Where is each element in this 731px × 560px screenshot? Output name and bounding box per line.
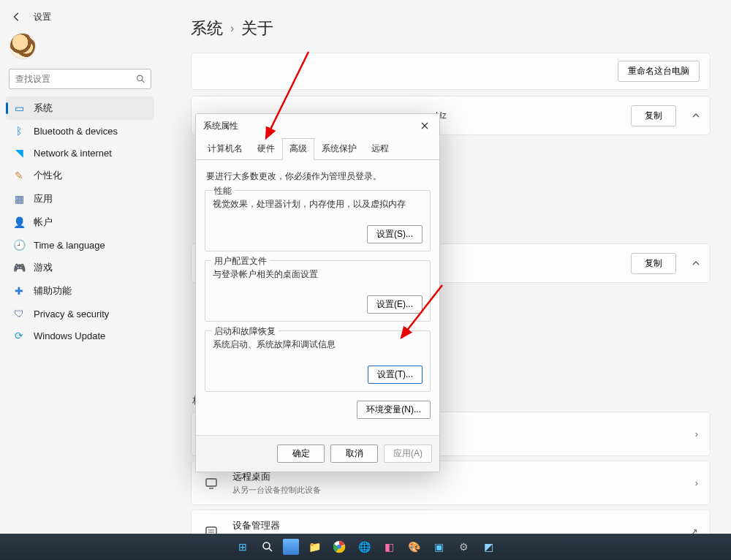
copy-button[interactable]: 复制 [631, 105, 676, 126]
app-icon-2[interactable]: 🎨 [404, 537, 423, 556]
remote-icon [203, 475, 219, 491]
svg-point-7 [263, 542, 270, 549]
sidebar-item-network[interactable]: ◥Network & internet [6, 142, 154, 164]
startup-settings-button[interactable]: 设置(T)... [368, 366, 423, 384]
chevron-up-icon[interactable] [685, 105, 707, 126]
sidebar-item-label: 辅助功能 [34, 284, 72, 298]
tab-hardware[interactable]: 硬件 [250, 138, 282, 160]
cancel-button[interactable]: 取消 [330, 444, 378, 463]
shield-icon: 🛡 [13, 308, 25, 319]
sidebar-item-accessibility[interactable]: ✚辅助功能 [6, 279, 154, 303]
sidebar-item-time[interactable]: 🕘Time & language [6, 234, 154, 256]
svg-line-8 [269, 548, 272, 551]
dialog-title: 系统属性 [203, 120, 238, 132]
performance-settings-button[interactable]: 设置(S)... [367, 225, 423, 243]
sidebar-nav: ▭系统 ᛒBluetooth & devices ◥Network & inte… [6, 97, 154, 347]
tab-computer-name[interactable]: 计算机名 [200, 138, 250, 160]
sidebar-item-label: Network & internet [34, 148, 112, 159]
tab-remote[interactable]: 远程 [364, 138, 396, 160]
user-avatar[interactable] [10, 34, 35, 58]
search-icon [136, 75, 145, 84]
photos-icon[interactable]: ▣ [429, 537, 448, 556]
breadcrumb-current: 关于 [241, 18, 273, 39]
gamepad-icon: 🎮 [13, 262, 25, 273]
profile-legend: 用户配置文件 [211, 255, 270, 268]
rename-pc-button[interactable]: 重命名这台电脑 [618, 61, 700, 82]
startup-desc: 系统启动、系统故障和调试信息 [213, 338, 423, 351]
link-desc: 从另一台设备控制此设备 [232, 485, 321, 496]
profile-section: 用户配置文件 与登录帐户相关的桌面设置 设置(E)... [205, 260, 431, 322]
system-properties-dialog: 系统属性 计算机名 硬件 高级 系统保护 远程 要进行大多数更改，你必须作为管理… [195, 113, 440, 472]
dialog-tabs: 计算机名 硬件 高级 系统保护 远程 [196, 137, 439, 160]
svg-line-1 [142, 80, 144, 83]
chevron-right-icon: › [695, 428, 698, 439]
tab-advanced[interactable]: 高级 [282, 138, 314, 160]
startup-legend: 启动和故障恢复 [211, 325, 279, 338]
env-variables-button[interactable]: 环境变量(N)... [357, 401, 431, 419]
sidebar-item-label: 系统 [34, 102, 53, 115]
chevron-right-icon: › [230, 22, 234, 35]
sidebar-item-label: 个性化 [34, 169, 62, 182]
sidebar-item-system[interactable]: ▭系统 [6, 97, 154, 120]
sidebar-item-gaming[interactable]: 🎮游戏 [6, 256, 154, 279]
chevron-up-icon[interactable] [685, 252, 707, 274]
sidebar-item-apps[interactable]: ▦应用 [6, 187, 154, 211]
sidebar-item-label: Time & language [34, 240, 105, 251]
app-icon-3[interactable]: ◩ [479, 537, 498, 556]
sidebar-item-bluetooth[interactable]: ᛒBluetooth & devices [6, 120, 154, 142]
app-icon-1[interactable]: ◧ [379, 537, 398, 556]
search-taskbar-icon[interactable] [258, 537, 277, 556]
back-button[interactable] [10, 10, 23, 23]
sidebar-item-label: 游戏 [34, 261, 53, 274]
sidebar-item-personalization[interactable]: ✎个性化 [6, 164, 154, 187]
close-button[interactable] [414, 118, 435, 134]
chrome-icon[interactable] [330, 537, 349, 556]
app-title: 设置 [34, 11, 51, 23]
taskbar: ⊞ 📁 🌐 ◧ 🎨 ▣ ⚙ ◩ [0, 534, 731, 560]
breadcrumb-root[interactable]: 系统 [191, 18, 223, 39]
apply-button[interactable]: 应用(A) [384, 444, 432, 463]
task-view-icon[interactable] [283, 539, 299, 555]
apps-icon: ▦ [13, 193, 25, 205]
copy-button-2[interactable]: 复制 [631, 253, 676, 274]
settings-taskbar-icon[interactable]: ⚙ [454, 537, 473, 556]
link-title: 设备管理器 [232, 519, 353, 532]
rename-card: 重命名这台电脑 [191, 53, 711, 90]
tab-system-protection[interactable]: 系统保护 [314, 138, 364, 160]
sidebar-item-label: Privacy & security [34, 309, 109, 319]
sidebar-item-label: Windows Update [34, 330, 105, 341]
startup-section: 启动和故障恢复 系统启动、系统故障和调试信息 设置(T)... [205, 330, 431, 392]
wifi-icon: ◥ [13, 147, 25, 159]
sidebar-item-label: Bluetooth & devices [34, 126, 118, 137]
person-icon: 👤 [13, 216, 25, 228]
sidebar-item-privacy[interactable]: 🛡Privacy & security [6, 303, 154, 325]
profile-desc: 与登录帐户相关的桌面设置 [213, 268, 423, 281]
performance-section: 性能 视觉效果，处理器计划，内存使用，以及虚拟内存 设置(S)... [205, 190, 431, 251]
display-icon: ▭ [13, 102, 25, 114]
performance-desc: 视觉效果，处理器计划，内存使用，以及虚拟内存 [213, 198, 423, 211]
clock-icon: 🕘 [13, 239, 25, 251]
svg-rect-3 [206, 479, 216, 486]
search-input[interactable] [9, 69, 151, 89]
breadcrumb: 系统 › 关于 [191, 18, 711, 39]
update-icon: ⟳ [13, 330, 25, 341]
performance-legend: 性能 [211, 185, 235, 197]
admin-note: 要进行大多数更改，你必须作为管理员登录。 [205, 169, 431, 190]
browser-icon[interactable]: 🌐 [355, 537, 374, 556]
sidebar-item-accounts[interactable]: 👤帐户 [6, 211, 154, 234]
bluetooth-icon: ᛒ [13, 125, 25, 137]
profile-settings-button[interactable]: 设置(E)... [367, 295, 423, 314]
paint-icon: ✎ [13, 170, 25, 181]
accessibility-icon: ✚ [13, 285, 25, 297]
explorer-icon[interactable]: 📁 [305, 537, 324, 556]
ok-button[interactable]: 确定 [277, 444, 325, 463]
chevron-right-icon: › [695, 477, 698, 488]
start-button[interactable]: ⊞ [233, 537, 252, 556]
sidebar-item-update[interactable]: ⟳Windows Update [6, 325, 154, 347]
svg-point-0 [137, 75, 143, 80]
sidebar-item-label: 帐户 [34, 216, 53, 229]
sidebar-item-label: 应用 [34, 192, 53, 205]
